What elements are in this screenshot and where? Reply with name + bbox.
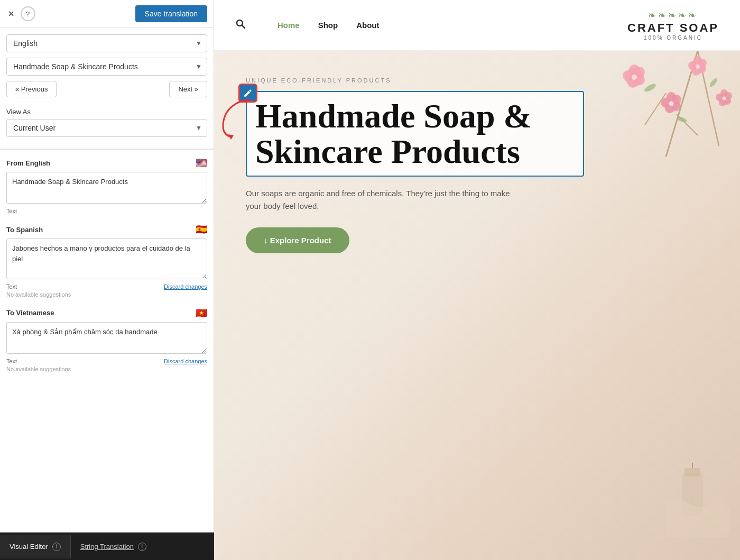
svg-point-32 (716, 94, 723, 101)
to-vietnamese-header: To Vietnamese 🇻🇳 (6, 307, 207, 319)
hero-heading: Handmade Soap & Skincare Products (255, 98, 575, 169)
language-selector-section: English Spanish Vietnamese ▼ Handmade So… (0, 28, 214, 81)
close-button[interactable]: × (6, 6, 16, 22)
translation-area: From English 🇺🇸 Handmade Soap & Skincare… (0, 150, 214, 560)
explore-button[interactable]: ↓ Explore Product (246, 227, 349, 253)
nav-about[interactable]: About (356, 21, 379, 30)
to-vietnamese-meta: Text Discard changes (6, 358, 207, 364)
panel-toolbar: × ? Save translation (0, 0, 214, 28)
string-translation-tab[interactable]: String Translation i (71, 535, 156, 558)
site-logo: ❧❧❧❧❧ CRAFT SOAP 100% ORGANIC (627, 10, 719, 41)
to-spanish-header: To Spanish 🇪🇸 (6, 224, 207, 235)
spanish-field-type: Text (6, 283, 17, 290)
save-translation-button[interactable]: Save translation (135, 5, 207, 22)
hero-section: UNIQUE ECO-FRIENDLY PRODUCTS Handmade So… (214, 51, 740, 560)
visual-editor-tab[interactable]: Visual Editor i (0, 535, 71, 558)
vietnamese-flag: 🇻🇳 (196, 307, 207, 319)
hero-description: Our soaps are organic and free of chemic… (246, 187, 521, 213)
to-spanish-meta: Text Discard changes (6, 283, 207, 290)
previous-button[interactable]: « Previous (6, 81, 57, 97)
svg-point-25 (661, 98, 670, 107)
left-panel: × ? Save translation English Spanish Vie… (0, 0, 214, 560)
hero-items-decoration (666, 431, 729, 539)
svg-point-36 (709, 77, 719, 88)
to-vietnamese-label: To Vietnamese (6, 309, 54, 317)
from-english-header: From English 🇺🇸 (6, 157, 207, 169)
visual-editor-info-icon: i (52, 543, 61, 551)
svg-point-19 (696, 65, 700, 69)
svg-point-18 (688, 61, 697, 70)
close-icon: × (8, 8, 14, 20)
vietnamese-discard-button[interactable]: Discard changes (164, 358, 207, 364)
svg-point-11 (623, 70, 633, 81)
view-as-label: View As (6, 108, 207, 116)
edit-heading-button[interactable] (238, 84, 257, 103)
nav-shop[interactable]: Shop (318, 21, 338, 30)
language-select-wrapper: English Spanish Vietnamese ▼ (6, 34, 207, 52)
post-select[interactable]: Handmade Soap & Skincare Products About … (6, 58, 207, 76)
nav-home[interactable]: Home (278, 21, 300, 30)
nav-buttons: « Previous Next » (0, 81, 214, 104)
string-translation-label: String Translation (80, 543, 134, 550)
hero-flowers-decoration (592, 51, 740, 209)
current-user-select-wrapper: Current User Administrator Guest ▼ (6, 119, 207, 137)
svg-line-4 (645, 93, 666, 125)
svg-point-34 (643, 82, 657, 94)
hero-heading-box: Handmade Soap & Skincare Products (246, 91, 584, 177)
current-user-select[interactable]: Current User Administrator Guest (6, 119, 207, 137)
to-spanish-block: To Spanish 🇪🇸 Jabones hechos a mano y pr… (6, 224, 207, 298)
svg-point-12 (632, 75, 637, 80)
visual-editor-label: Visual Editor (10, 543, 48, 550)
to-vietnamese-textarea[interactable]: Xà phòng & Sản phẩm chăm sóc da handmade (6, 322, 207, 354)
logo-subtitle: 100% ORGANIC (627, 35, 719, 41)
svg-point-26 (669, 102, 674, 106)
language-select[interactable]: English Spanish Vietnamese (6, 34, 207, 52)
to-vietnamese-block: To Vietnamese 🇻🇳 Xà phòng & Sản phẩm chă… (6, 307, 207, 372)
from-field-meta: Text (6, 208, 207, 214)
svg-point-33 (723, 97, 726, 100)
from-english-block: From English 🇺🇸 Handmade Soap & Skincare… (6, 157, 207, 214)
post-select-wrapper: Handmade Soap & Skincare Products About … (6, 58, 207, 76)
logo-leaves-icon: ❧❧❧❧❧ (627, 10, 719, 21)
english-flag: 🇺🇸 (196, 157, 207, 169)
spanish-no-suggestions: No available suggestions (6, 291, 207, 298)
vietnamese-field-type: Text (6, 358, 17, 364)
logo-title: CRAFT SOAP (627, 21, 719, 35)
spanish-flag: 🇪🇸 (196, 224, 207, 235)
help-icon: ? (26, 10, 30, 18)
help-button[interactable]: ? (21, 6, 35, 21)
next-button[interactable]: Next » (169, 81, 207, 97)
to-spanish-textarea[interactable]: Jabones hechos a mano y productos para e… (6, 238, 207, 279)
from-field-type: Text (6, 208, 17, 214)
search-icon[interactable] (235, 19, 246, 32)
site-nav: Home Shop About (278, 21, 380, 30)
pencil-icon (243, 88, 253, 98)
svg-line-1 (242, 25, 245, 28)
site-header: Home Shop About ❧❧❧❧❧ CRAFT SOAP 100% OR… (214, 0, 740, 51)
hero-content: UNIQUE ECO-FRIENDLY PRODUCTS Handmade So… (246, 77, 584, 253)
view-as-section: View As Current User Administrator Guest… (0, 104, 214, 149)
from-english-label: From English (6, 159, 50, 167)
string-translation-info-icon: i (138, 543, 146, 551)
hero-eyebrow: UNIQUE ECO-FRIENDLY PRODUCTS (246, 77, 584, 84)
svg-rect-39 (684, 468, 700, 476)
from-english-textarea[interactable]: Handmade Soap & Skincare Products (6, 172, 207, 204)
vietnamese-no-suggestions: No available suggestions (6, 366, 207, 372)
site-preview: Home Shop About ❧❧❧❧❧ CRAFT SOAP 100% OR… (214, 0, 740, 560)
bottom-bar: Visual Editor i String Translation i (0, 533, 214, 560)
to-spanish-label: To Spanish (6, 226, 43, 234)
spanish-discard-button[interactable]: Discard changes (164, 283, 207, 290)
